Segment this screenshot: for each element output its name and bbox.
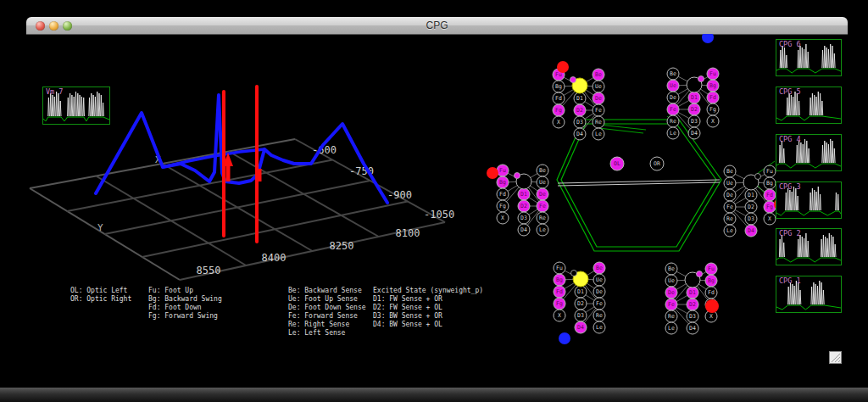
node-label-Ue: Ue (596, 276, 603, 283)
node-label-D4: D4 (748, 227, 754, 234)
node-label-Re: Re (668, 313, 675, 320)
hub-mini-dot (570, 77, 576, 83)
cpg-plot-cpg-1: CPG 1 (776, 276, 842, 313)
node-label-D1: D1 (520, 191, 527, 198)
node-label-D4: D4 (691, 130, 698, 137)
cluster-bottom-right: FuBgFdFgXBeUeDeFeReLeD1D2D3D4 (665, 263, 717, 334)
vm-plot-label: Vm 7 (46, 87, 63, 96)
legend-column-4: Excited State (synweight_p)D1: FW Sense … (373, 287, 483, 329)
y-axis-label: Y (97, 222, 103, 233)
hub-mini-dot (698, 76, 704, 82)
node-label-D3: D3 (520, 215, 527, 221)
node-label-Fd: Fd (499, 191, 506, 198)
node-label-D4: D4 (577, 324, 584, 331)
node-label-Be: Be (539, 167, 546, 174)
node-label-X: X (501, 215, 504, 221)
node-label-Re: Re (726, 215, 733, 222)
node-label-D1: D1 (691, 94, 698, 101)
baseline-trace (776, 258, 841, 262)
titlebar[interactable]: CPG (26, 17, 848, 35)
node-label-Ue: Ue (668, 277, 675, 284)
node-label-Be: Be (596, 265, 603, 271)
baseline-trace (776, 211, 841, 215)
node-label-Ue: Ue (670, 82, 676, 89)
node-label-Bg: Bg (709, 82, 716, 89)
node-label-X: X (768, 215, 771, 222)
node-label-D3: D3 (691, 118, 698, 125)
node-label-De: De (726, 192, 733, 198)
legend-item: OR: Optic Right (70, 295, 131, 304)
grid-line (142, 202, 408, 258)
node-label-D4: D4 (689, 325, 696, 332)
node-label-Fu: Fu (499, 167, 506, 174)
legend-item: Fg: Forward Swing (148, 312, 222, 321)
node-label-De: De (539, 191, 546, 198)
node-label-D3: D3 (577, 312, 584, 319)
red-indicator-dot (557, 61, 569, 73)
legend-column-2: Fu: Foot UpBg: Backward SwingFd: Foot Do… (148, 287, 222, 321)
node-label-Fg: Fg (555, 107, 562, 114)
legend-item: De: Foot Down Sense (288, 304, 366, 312)
node-label-D2: D2 (689, 301, 696, 308)
red-indicator-dot (487, 167, 498, 179)
node-label-Fd: Fd (766, 192, 773, 198)
node-label-Fu: Fu (709, 70, 716, 77)
cpg-plot-cpg-4: CPG 4 (776, 134, 842, 171)
node-label-Ue: Ue (539, 179, 546, 186)
cpg-plot-label: CPG 2 (779, 229, 801, 237)
cpg-plot-cpg-2: CPG 2 (776, 228, 842, 265)
optic-node-label: OL (614, 160, 620, 167)
node-label-Fe: Fe (539, 203, 546, 209)
legend-column-3: Be: Backward SenseUe: Foot Up SenseDe: F… (288, 287, 366, 338)
hub-mini-dot (755, 174, 761, 180)
vm-plot: Vm 7 (42, 87, 110, 125)
node-label-Re: Re (596, 312, 603, 319)
node-label-D2: D2 (748, 204, 754, 210)
node-label-Bg: Bg (708, 277, 715, 284)
z-tick-label: -900 (387, 189, 412, 201)
node-label-X: X (557, 119, 560, 126)
node-label-Fu: Fu (556, 265, 563, 271)
node-label-Fe: Fe (668, 301, 675, 308)
cpg-plot-label: CPG 5 (779, 87, 801, 96)
node-label-De: De (668, 289, 675, 296)
legend-item: D4: BW Sense + OL (373, 321, 483, 329)
node-label-Le: Le (595, 131, 602, 137)
window-title: CPG (26, 20, 848, 31)
hub-mini-dot (571, 271, 577, 276)
cpg-plot-cpg-5: CPG 5 (776, 87, 842, 124)
legend-item: D3: BW Sense + OR (373, 312, 483, 321)
legend-item: Be: Backward Sense (288, 287, 366, 295)
baseline-trace (776, 69, 841, 73)
node-label-Ue: Ue (595, 83, 602, 90)
grid-line (105, 181, 370, 234)
node-label-Fd: Fd (556, 288, 563, 295)
node-label-Fe: Fe (726, 204, 733, 210)
desktop: CPG XY-600-750-900-10508100825084008550O… (0, 0, 868, 402)
resize-grip[interactable] (829, 351, 842, 364)
baseline-trace (776, 305, 841, 310)
node-label-Fd: Fd (555, 95, 562, 102)
node-label-Fg: Fg (556, 300, 563, 307)
node-label-Fg: Fg (499, 203, 506, 209)
cpg-plot-label: CPG 6 (779, 40, 801, 48)
node-label-Be: Be (668, 265, 675, 272)
node-label-D2: D2 (520, 203, 527, 209)
legend-item: Re: Right Sense (288, 321, 366, 329)
legend-item: OL: Optic Left (70, 287, 131, 295)
cluster-top-right: FuBgFdFgXBeUeDeFeReLeD1D2D3D4 (667, 68, 719, 139)
node-label-Fg: Fg (709, 106, 716, 113)
time-tick-label: 8550 (197, 265, 221, 276)
legend-item: Excited State (synweight_p) (373, 287, 483, 295)
legend-item: Fu: Foot Up (148, 287, 222, 295)
node-label-Re: Re (670, 118, 676, 125)
node-label-Bg: Bg (556, 276, 563, 283)
legend-item: Fe: Forward Sense (288, 312, 366, 321)
node-label-Bg: Bg (499, 179, 506, 186)
cluster-top-left: FuBgFdFgXBeUeDeFeReLeD1D2D3D4 (553, 69, 604, 140)
legend-column-1: OL: Optic LeftOR: Optic Right (70, 287, 131, 304)
node-label-De: De (595, 95, 602, 102)
node-label-Re: Re (539, 215, 546, 221)
node-label-D2: D2 (691, 106, 698, 113)
legend-item: Ue: Foot Up Sense (288, 295, 366, 304)
